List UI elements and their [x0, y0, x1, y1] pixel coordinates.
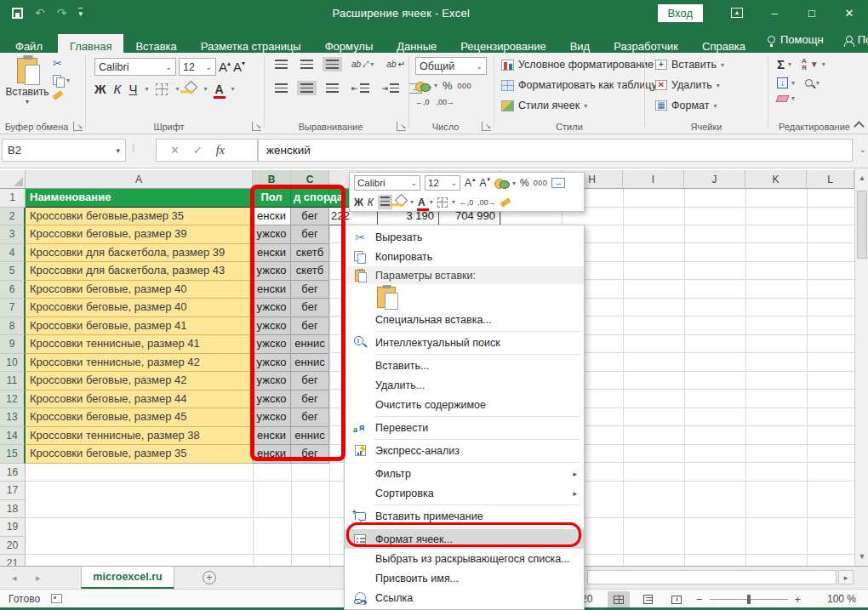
name-box-dropdown-icon[interactable]: ▾ — [116, 146, 120, 155]
zoom-in-icon[interactable]: + — [795, 593, 802, 606]
maximize-button[interactable]: □ — [793, 0, 831, 26]
insert-cells-button[interactable]: + Вставить▾ — [655, 59, 724, 71]
vertical-scroll-thumb[interactable] — [857, 191, 867, 259]
comma-style-button[interactable]: 000 — [458, 82, 472, 90]
menu-item-интеллектуальный-поиск[interactable]: Интеллектуальный поиск — [345, 333, 584, 352]
row-header-10[interactable]: 10 — [0, 354, 26, 373]
vertical-scrollbar[interactable]: ▲ ▼ — [854, 168, 868, 566]
conditional-formatting-button[interactable]: Условное форматирование▾ — [501, 59, 661, 71]
decrease-indent-button[interactable]: ⇤ — [348, 81, 373, 95]
menu-item-формат-ячеек[interactable]: Формат ячеек... — [345, 529, 584, 549]
row-header-19[interactable]: 19 — [0, 518, 26, 537]
view-page-layout-button[interactable] — [637, 591, 659, 607]
cell-a11[interactable]: Кроссовки беговые, размер 42 — [26, 372, 253, 391]
collapse-ribbon-icon[interactable] — [853, 120, 865, 128]
cell-b14[interactable]: енски — [253, 427, 291, 446]
name-box[interactable]: B2 ▾ — [2, 139, 126, 162]
scroll-right-icon[interactable]: ▸ — [838, 570, 854, 584]
cell-a9[interactable]: Кроссовки теннисные, размер 41 — [26, 335, 253, 354]
cell-c11[interactable]: бег — [291, 372, 329, 391]
menu-item-вставить[interactable]: Вставить... — [345, 356, 584, 375]
menu-item-вырезать[interactable]: ✂Вырезать — [345, 227, 584, 247]
cut-button[interactable]: ✂ — [53, 58, 70, 69]
mini-accounting-icon[interactable] — [494, 178, 508, 188]
insert-function-icon[interactable]: fx — [216, 144, 225, 157]
cell-c12[interactable]: бег — [291, 391, 329, 409]
cell-b6[interactable]: енски — [253, 281, 291, 299]
redo-icon[interactable]: ↷ — [57, 7, 67, 19]
cell-b1-header[interactable]: Пол — [253, 189, 291, 208]
row-header-17[interactable]: 17 — [0, 482, 26, 500]
cell-styles-button[interactable]: Стили ячеек▾ — [501, 100, 587, 111]
column-header-l[interactable]: L — [807, 170, 854, 189]
cell-c9[interactable]: еннис — [291, 335, 329, 354]
format-painter-button[interactable] — [53, 93, 70, 98]
cell-b11[interactable]: ужско — [253, 372, 291, 391]
orientation-button[interactable]: ab⤢▾ — [348, 57, 377, 71]
menu-item-присвоить-имя[interactable]: Присвоить имя... — [345, 568, 584, 588]
new-sheet-icon[interactable]: + — [203, 571, 216, 584]
menu-item-фильтр[interactable]: Фильтр▸ — [345, 464, 584, 483]
zoom-level[interactable]: 100 % — [827, 593, 856, 605]
mini-increase-decimal-button[interactable]: ←,0 — [460, 198, 474, 207]
align-top-button[interactable] — [271, 57, 291, 71]
number-dialog-launcher-icon[interactable]: ↘ — [482, 122, 491, 131]
decrease-font-button[interactable]: А▾ — [233, 60, 245, 74]
cell-b10[interactable]: ужско — [253, 354, 291, 373]
alignment-dialog-launcher-icon[interactable]: ↘ — [397, 122, 406, 131]
borders-icon[interactable] — [156, 83, 168, 95]
wrap-text-button[interactable]: ab↵ — [383, 57, 408, 71]
cell-b9[interactable]: ужско — [253, 335, 291, 354]
cell-c3[interactable]: бег — [291, 225, 329, 244]
cell-b15[interactable]: енски — [253, 445, 291, 464]
row-header-12[interactable]: 12 — [0, 391, 26, 409]
minimize-button[interactable]: – — [756, 0, 793, 26]
cell-a1-header[interactable]: Наименование — [26, 189, 253, 208]
cell-a5[interactable]: Кроссовки для баскетбола, размер 43 — [26, 262, 253, 281]
cell-c10[interactable]: еннис — [291, 354, 329, 373]
cell-b13[interactable]: ужско — [253, 408, 291, 427]
mini-merge-icon[interactable]: ↔ — [551, 178, 565, 188]
menu-item-очистить-содержимое[interactable]: Очистить содержимое — [345, 395, 584, 414]
row-header-3[interactable]: 3 — [0, 225, 26, 244]
cancel-formula-icon[interactable]: ✕ — [170, 144, 180, 157]
fill-color-icon[interactable] — [185, 81, 198, 94]
fill-button[interactable]: ↓▾ — [777, 77, 795, 88]
row-header-2[interactable]: 2 — [0, 208, 26, 226]
cell-c4[interactable]: скетб — [291, 244, 329, 263]
row-header-11[interactable]: 11 — [0, 372, 26, 391]
column-header-a[interactable]: A — [26, 170, 253, 189]
menu-item-копировать[interactable]: Копировать — [345, 247, 584, 266]
mini-increase-font-button[interactable]: А▴ — [465, 177, 476, 189]
font-size-select[interactable]: 12⌄ — [179, 58, 216, 76]
cell-c8[interactable]: бег — [291, 317, 329, 336]
increase-decimal-button[interactable]: ←,0 — [415, 98, 430, 106]
cell-a15[interactable]: Кроссовки беговые, размер 35 — [26, 445, 253, 464]
mini-font-color-icon[interactable]: А — [418, 197, 425, 208]
menu-item-ссылка[interactable]: Ссылка — [345, 588, 584, 607]
prev-sheet-icon[interactable]: ◂ — [12, 573, 17, 584]
mini-comma-button[interactable]: 000 — [534, 179, 548, 187]
row-header-4[interactable]: 4 — [0, 244, 26, 263]
copy-button[interactable]: ▾ — [53, 75, 70, 87]
row-header-15[interactable]: 15 — [0, 445, 26, 464]
enter-formula-icon[interactable]: ✓ — [193, 144, 203, 157]
cell-c6[interactable]: бег — [291, 281, 329, 299]
sort-filter-button[interactable]: АЯ▼▾ — [802, 57, 825, 71]
cell-a6[interactable]: Кроссовки беговые, размер 40 — [26, 281, 253, 299]
scroll-down-icon[interactable]: ▼ — [857, 552, 867, 561]
row-header-6[interactable]: 6 — [0, 281, 26, 299]
mini-format-painter-icon[interactable] — [500, 197, 511, 208]
share-button[interactable]: Поделиться — [834, 27, 868, 53]
increase-font-button[interactable]: А▴ — [219, 60, 231, 74]
cell-b12[interactable]: ужско — [253, 391, 291, 409]
formula-input[interactable]: женский — [258, 139, 853, 162]
menu-item-сортировка[interactable]: Сортировка▸ — [345, 483, 584, 503]
close-button[interactable]: ✕ — [831, 0, 868, 26]
menu-item-специальная-вставка[interactable]: Специальная вставка... — [345, 310, 584, 329]
mini-percent-button[interactable]: % — [520, 177, 529, 189]
find-select-button[interactable]: ▾ — [805, 77, 819, 88]
column-header-j[interactable]: J — [684, 170, 745, 189]
horizontal-scrollbar[interactable] — [587, 570, 837, 584]
undo-icon[interactable]: ↶ — [35, 7, 45, 19]
